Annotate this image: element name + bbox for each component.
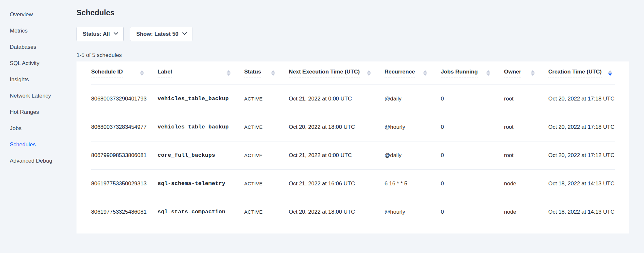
filters-row: Status: All Show: Latest 50 [77,27,644,41]
column-header-owner[interactable]: Owner [504,61,548,85]
sort-desc-arrow-icon [531,73,535,76]
sidebar-item-hot-ranges[interactable]: Hot Ranges [0,104,77,120]
cell-next-execution-time: Oct 21, 2022 at 16:06 UTC [289,169,385,198]
cell-creation-time-text: Oct 20, 2022 at 17:18 UTC [548,124,615,130]
cell-creation-time: Oct 18, 2022 at 14:13 UTC [548,169,615,198]
cell-creation-time-text: Oct 20, 2022 at 17:12 UTC [548,152,615,158]
sort-asc-arrow-icon [531,70,535,73]
sort-icon[interactable] [140,70,144,76]
sort-desc-arrow-icon [367,73,371,76]
cell-next-execution-time-text: Oct 21, 2022 at 0:00 UTC [289,152,358,158]
cell-owner: root [504,141,548,169]
cell-status-text: ACTIVE [244,181,269,186]
cell-status: ACTIVE [244,198,289,226]
cell-creation-time: Oct 20, 2022 at 17:18 UTC [548,113,615,141]
cell-jobs-running: 0 [441,169,504,198]
sidebar: Overview Metrics Databases SQL Activity … [0,0,77,253]
filter-dropdown-show[interactable]: Show: Latest 50 [130,27,192,41]
cell-jobs-running: 0 [441,85,504,113]
sidebar-item-jobs[interactable]: Jobs [0,120,77,137]
column-header-label: Creation Time (UTC) [548,69,602,77]
cell-owner-text: root [504,152,520,158]
column-header-next-execution-time-utc-[interactable]: Next Execution Time (UTC) [289,61,385,85]
cell-owner-text: root [504,124,520,130]
cell-jobs-running-text: 0 [441,152,450,158]
column-header-label[interactable]: Label [158,61,244,85]
sort-asc-arrow-icon [423,70,427,73]
cell-schedule-id: 806197753325486081 [91,198,158,226]
results-count: 1-5 of 5 schedules [77,52,644,59]
column-header-recurrence[interactable]: Recurrence [385,61,441,85]
sort-desc-arrow-icon [227,73,231,76]
cell-jobs-running-text: 0 [441,96,450,102]
cell-schedule-id-text: 806197753325486081 [91,209,153,215]
column-header-schedule-id[interactable]: Schedule ID [91,61,158,85]
cell-creation-time-text: Oct 18, 2022 at 14:13 UTC [548,209,615,215]
cell-recurrence-text: 6 16 * * 5 [385,180,414,187]
sidebar-item-network-latency[interactable]: Network Latency [0,88,77,104]
column-header-label: Status [244,69,261,77]
sidebar-item-schedules[interactable]: Schedules [0,137,77,153]
sidebar-item-metrics[interactable]: Metrics [0,23,77,39]
cell-label: core_full_backups [158,141,244,169]
sidebar-item-databases[interactable]: Databases [0,39,77,55]
table-row: 806800373290401793vehicles_table_backupA… [91,85,615,113]
cell-schedule-id: 806800373290401793 [91,85,158,113]
cell-owner-text: root [504,96,520,102]
cell-next-execution-time-text: Oct 20, 2022 at 18:00 UTC [289,209,361,215]
cell-status: ACTIVE [244,169,289,198]
chevron-down-icon [182,30,187,35]
cell-schedule-id: 806800373283454977 [91,113,158,141]
sort-icon[interactable] [367,70,371,76]
sidebar-item-advanced-debug[interactable]: Advanced Debug [0,153,77,169]
cell-schedule-id-text: 806800373290401793 [91,96,153,102]
page-title: Schedules [77,8,644,17]
main-content: Schedules Status: All Show: Latest 50 1-… [77,0,644,253]
column-header-creation-time-utc-[interactable]: Creation Time (UTC) [548,61,615,85]
table-row: 806799098533806081core_full_backupsACTIV… [91,141,615,169]
column-header-label: Next Execution Time (UTC) [289,69,360,77]
sort-icon[interactable] [486,70,490,76]
cell-label: sql-stats-compaction [158,198,244,226]
cell-label-text: sql-schema-telemetry [158,180,232,187]
sort-icon[interactable] [608,70,612,76]
sort-desc-arrow-icon [271,73,275,76]
sort-asc-arrow-icon [271,70,275,73]
cell-label-text: vehicles_table_backup [158,124,235,130]
sort-asc-arrow-icon [140,70,144,73]
cell-owner-text: node [504,180,523,187]
sidebar-item-insights[interactable]: Insights [0,72,77,88]
sort-icon[interactable] [531,70,535,76]
sort-icon[interactable] [423,70,427,76]
cell-recurrence-text: @daily [385,152,408,158]
cell-jobs-running-text: 0 [441,209,450,215]
sort-icon[interactable] [271,70,275,76]
cell-owner: root [504,85,548,113]
sort-desc-arrow-icon [608,73,612,76]
sidebar-item-overview[interactable]: Overview [0,7,77,23]
sort-asc-arrow-icon [367,70,371,73]
sort-desc-arrow-icon [140,73,144,76]
cell-label: vehicles_table_backup [158,85,244,113]
filter-dropdown-status[interactable]: Status: All [77,27,124,41]
cell-recurrence: @hourly [385,113,441,141]
table-header-row: Schedule ID Label Status Next Execu [91,61,615,85]
schedules-table-card: Schedule ID Label Status Next Execu [77,61,629,233]
cell-label-text: vehicles_table_backup [158,96,235,102]
cell-schedule-id: 806197753350029313 [91,169,158,198]
column-header-jobs-running[interactable]: Jobs Running [441,61,504,85]
column-header-status[interactable]: Status [244,61,289,85]
cell-creation-time: Oct 18, 2022 at 14:13 UTC [548,198,615,226]
cell-owner-text: node [504,209,523,215]
cell-schedule-id-text: 806800373283454977 [91,124,153,130]
sort-icon[interactable] [227,70,231,76]
cell-recurrence-text: @daily [385,96,408,102]
sidebar-item-sql-activity[interactable]: SQL Activity [0,55,77,72]
cell-recurrence-text: @hourly [385,209,412,215]
cell-owner: node [504,169,548,198]
cell-next-execution-time: Oct 20, 2022 at 18:00 UTC [289,198,385,226]
cell-creation-time: Oct 20, 2022 at 17:18 UTC [548,85,615,113]
cell-recurrence-text: @hourly [385,124,412,130]
cell-creation-time-text: Oct 20, 2022 at 17:18 UTC [548,96,615,102]
column-header-label: Jobs Running [441,69,478,77]
